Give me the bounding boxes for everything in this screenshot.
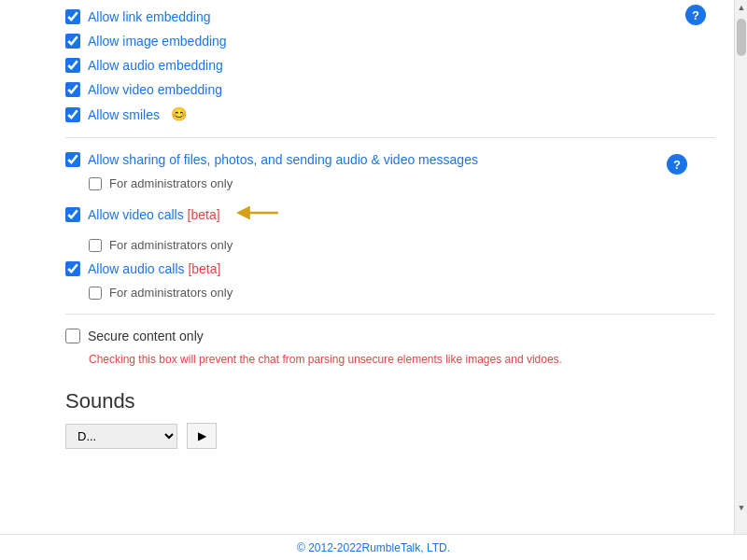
sounds-controls: D... ▶ [65, 423, 715, 449]
secure-desc-post: like images and vidoes. [443, 353, 562, 366]
allow-sharing-label: Allow sharing of files, photos, and send… [88, 152, 478, 167]
allow-link-embedding-label: Allow link embedding [88, 9, 211, 24]
help-icon-sharing[interactable]: ? [667, 154, 687, 175]
section-divider-2 [65, 314, 715, 315]
main-content: ? Allow link embedding Allow image embed… [0, 0, 747, 534]
sounds-section: Sounds D... ▶ [65, 389, 715, 449]
video-calls-admins-only-row: For administrators only [89, 238, 715, 252]
allow-image-embedding-label: Allow image embedding [88, 34, 227, 49]
allow-audio-embedding-label: Allow audio embedding [88, 58, 223, 73]
secure-content-label: Secure content only [88, 329, 204, 343]
allow-sharing-row: Allow sharing of files, photos, and send… [65, 152, 715, 167]
allow-sharing-checkbox[interactable] [65, 152, 80, 167]
help-icon-top[interactable]: ? [685, 5, 706, 25]
play-button[interactable]: ▶ [187, 423, 217, 449]
audio-calls-admins-only-row: For administrators only [89, 286, 715, 300]
audio-calls-beta-label: [beta] [188, 261, 220, 276]
allow-image-embedding-checkbox[interactable] [65, 34, 80, 49]
smiley-icon: 😊 [171, 106, 188, 123]
sharing-admins-only-checkbox[interactable] [89, 177, 102, 190]
audio-calls-admins-only-checkbox[interactable] [89, 287, 102, 300]
sounds-title: Sounds [65, 389, 715, 413]
allow-video-calls-row: Allow video calls [beta] [65, 200, 715, 229]
secure-content-row: Secure content only [65, 329, 715, 343]
secure-desc-pre: Checking this box will prevent the chat … [89, 353, 347, 366]
video-calls-admins-only-label: For administrators only [109, 238, 233, 252]
allow-audio-embedding-checkbox[interactable] [65, 58, 80, 73]
allow-video-calls-label: Allow video calls [beta] [88, 207, 220, 222]
allow-image-embedding-row: Allow image embedding [65, 34, 715, 49]
allow-link-embedding-row: Allow link embedding [65, 9, 715, 24]
video-calls-beta-label: [beta] [188, 207, 220, 222]
allow-audio-embedding-row: Allow audio embedding [65, 58, 715, 73]
allow-audio-calls-row: Allow audio calls [beta] [65, 261, 715, 276]
secure-description: Checking this box will prevent the chat … [89, 353, 715, 366]
arrow-annotation [235, 200, 282, 229]
content-area: ? Allow link embedding Allow image embed… [0, 0, 734, 534]
allow-smiles-checkbox[interactable] [65, 107, 80, 122]
scrollbar-track: ▲ ▼ [734, 0, 747, 534]
allow-audio-calls-checkbox[interactable] [65, 261, 80, 276]
sharing-admins-only-label: For administrators only [109, 176, 233, 190]
section-divider-1 [65, 137, 715, 138]
sharing-admins-only-row: For administrators only [89, 176, 715, 190]
scrollbar-arrow-down[interactable]: ▼ [735, 500, 747, 515]
allow-video-embedding-label: Allow video embedding [88, 82, 222, 97]
allow-audio-calls-label: Allow audio calls [beta] [88, 261, 220, 276]
footer-brand: RumbleTalk, LTD. [362, 541, 450, 554]
audio-calls-admins-only-label: For administrators only [109, 286, 233, 300]
allow-smiles-row: Allow smiles 😊 [65, 106, 715, 123]
allow-video-calls-checkbox[interactable] [65, 207, 80, 222]
secure-content-section: Secure content only Checking this box wi… [65, 329, 715, 366]
sound-select[interactable]: D... [65, 424, 177, 449]
allow-video-embedding-checkbox[interactable] [65, 82, 80, 97]
allow-link-embedding-checkbox[interactable] [65, 9, 80, 24]
scrollbar-arrow-up[interactable]: ▲ [735, 0, 747, 15]
secure-desc-highlight: unsecure elements [347, 353, 442, 366]
allow-video-embedding-row: Allow video embedding [65, 82, 715, 97]
footer-copyright: © 2012-2022 [297, 541, 362, 554]
secure-content-checkbox[interactable] [65, 329, 80, 343]
allow-smiles-label: Allow smiles [88, 107, 160, 122]
page-wrapper: ? Allow link embedding Allow image embed… [0, 0, 747, 560]
footer: © 2012-2022 RumbleTalk, LTD. [0, 534, 747, 560]
scrollbar-thumb[interactable] [737, 19, 746, 56]
video-calls-admins-only-checkbox[interactable] [89, 239, 102, 252]
sharing-section: Allow sharing of files, photos, and send… [65, 152, 715, 167]
